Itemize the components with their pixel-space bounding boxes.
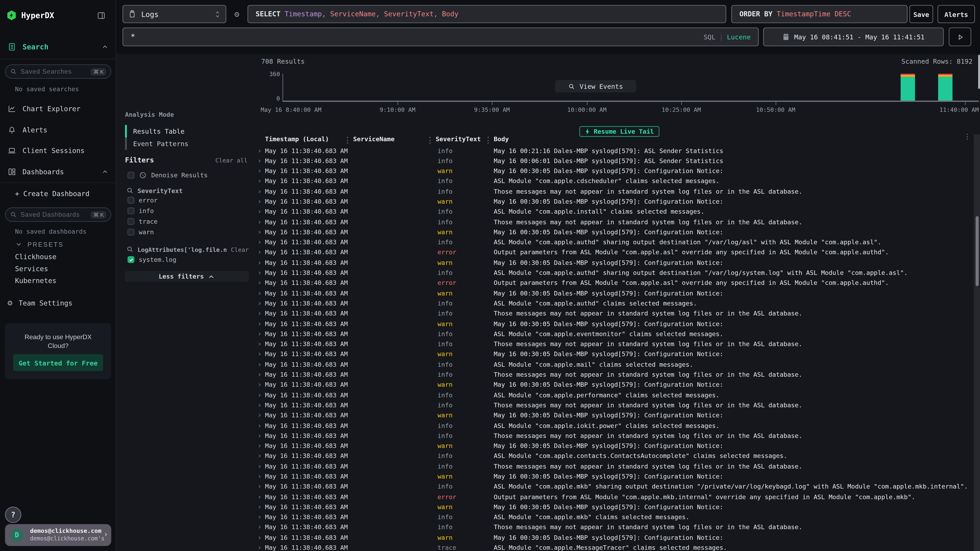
row-expand-icon[interactable]: ›: [258, 157, 261, 165]
page-scrollbar-thumb[interactable]: [978, 55, 980, 89]
checkbox-unchecked[interactable]: [127, 197, 134, 204]
table-scrollbar-track[interactable]: [974, 134, 980, 551]
query-search-input[interactable]: * SQL | Lucene: [123, 27, 759, 46]
table-row[interactable]: ›May 16 11:38:40.683 AMwarnMay 16 00:30:…: [255, 350, 980, 360]
row-expand-icon[interactable]: ›: [258, 462, 261, 470]
mode-results-table[interactable]: Results Table: [125, 125, 244, 137]
table-row[interactable]: ›May 16 11:38:40.683 AMinfoASL Module "c…: [255, 207, 980, 218]
row-expand-icon[interactable]: ›: [258, 493, 261, 501]
row-expand-icon[interactable]: ›: [258, 472, 261, 480]
search-icon[interactable]: [126, 246, 134, 253]
presets-section-toggle[interactable]: PRESETS: [15, 241, 64, 248]
table-row[interactable]: ›May 16 11:38:40.683 AMwarnMay 16 00:30:…: [255, 380, 980, 391]
row-expand-icon[interactable]: ›: [258, 391, 261, 399]
sidebar-item-search[interactable]: Search: [8, 43, 109, 51]
chevron-up-icon[interactable]: [101, 43, 109, 51]
table-row[interactable]: ›May 16 11:38:40.683 AMwarnMay 16 00:30:…: [255, 533, 980, 543]
table-row[interactable]: ›May 16 11:38:40.683 AMinfoThose message…: [255, 462, 980, 472]
row-expand-icon[interactable]: ›: [258, 523, 261, 531]
saved-dashboards-input[interactable]: Saved Dashboards ⌘ K: [5, 207, 111, 222]
view-events-button[interactable]: View Events: [555, 80, 636, 92]
time-range-picker[interactable]: May 16 08:41:51 - May 16 11:41:51: [763, 27, 944, 46]
table-row[interactable]: ›May 16 11:38:40.683 AMwarnMay 16 00:30:…: [255, 258, 980, 268]
table-row[interactable]: ›May 16 11:38:40.683 AMinfoThose message…: [255, 309, 980, 319]
table-row[interactable]: ›May 16 11:38:40.683 AMerrorOutput param…: [255, 279, 980, 289]
row-expand-icon[interactable]: ›: [258, 299, 261, 307]
filter-option-error[interactable]: error: [127, 197, 158, 204]
row-expand-icon[interactable]: ›: [258, 310, 261, 318]
table-row[interactable]: ›May 16 11:38:40.683 AMinfoThose message…: [255, 340, 980, 350]
row-expand-icon[interactable]: ›: [258, 513, 261, 521]
histogram-bar[interactable]: [901, 74, 915, 100]
save-button[interactable]: Save: [909, 5, 933, 23]
table-row[interactable]: ›May 16 11:38:40.683 AMinfoASL Module "c…: [255, 329, 980, 340]
resume-live-tail-button[interactable]: Resume Live Tail: [579, 126, 660, 137]
row-expand-icon[interactable]: ›: [258, 279, 261, 287]
less-filters-button[interactable]: Less filters: [125, 271, 249, 282]
collapse-sidebar-icon[interactable]: [97, 11, 105, 20]
row-expand-icon[interactable]: ›: [258, 248, 261, 257]
row-expand-icon[interactable]: ›: [258, 218, 261, 226]
table-row[interactable]: ›May 16 11:38:40.683 AMinfoASL Module "c…: [255, 452, 980, 462]
table-row[interactable]: ›May 16 11:38:40.683 AMinfoMay 16 00:06:…: [255, 156, 980, 167]
table-row[interactable]: ›May 16 11:38:40.683 AMinfoASL Module "c…: [255, 421, 980, 431]
brand[interactable]: HyperDX: [6, 10, 54, 21]
row-expand-icon[interactable]: ›: [258, 167, 261, 175]
table-row[interactable]: ›May 16 11:38:40.683 AMerrorOutput param…: [255, 492, 980, 503]
sidebar-item-dashboards[interactable]: Dashboards: [8, 167, 109, 176]
row-expand-icon[interactable]: ›: [258, 350, 261, 358]
sidebar-item-alerts[interactable]: Alerts: [8, 125, 48, 134]
row-expand-icon[interactable]: ›: [258, 340, 261, 348]
saved-searches-input[interactable]: Saved Searches ⌘ K: [5, 64, 111, 79]
table-row[interactable]: ›May 16 11:38:40.683 AMinfoASL Module "c…: [255, 238, 980, 248]
mode-event-patterns[interactable]: Event Patterns: [125, 137, 244, 150]
row-expand-icon[interactable]: ›: [258, 228, 261, 236]
table-row[interactable]: ›May 16 11:38:40.683 AMinfoThose message…: [255, 187, 980, 197]
table-row[interactable]: ›May 16 11:38:40.683 AMinfoASL Module "c…: [255, 513, 980, 523]
filter-option-trace[interactable]: trace: [127, 218, 158, 225]
table-row[interactable]: ›May 16 11:38:40.683 AMwarnMay 16 00:30:…: [255, 502, 980, 513]
column-resize-handle[interactable]: [347, 137, 348, 144]
search-icon[interactable]: [126, 187, 134, 194]
row-expand-icon[interactable]: ›: [258, 238, 261, 246]
user-menu[interactable]: D demos@clickhouse.com demos@clickhouse.…: [5, 524, 111, 546]
table-row[interactable]: ›May 16 11:38:40.683 AMwarnMay 16 00:30:…: [255, 197, 980, 207]
sidebar-item-team-settings[interactable]: ⚙ Team Settings: [8, 299, 73, 307]
help-button[interactable]: ?: [5, 507, 21, 523]
table-scrollbar-thumb[interactable]: [975, 216, 978, 286]
row-expand-icon[interactable]: ›: [258, 177, 261, 185]
table-row[interactable]: ›May 16 11:38:40.683 AMinfoMay 16 00:21:…: [255, 146, 980, 156]
order-by-input[interactable]: ORDER BY TimestampTime DESC: [731, 5, 907, 23]
checkbox-unchecked[interactable]: [127, 229, 134, 235]
table-row[interactable]: ›May 16 11:38:40.683 AMtraceASL Module "…: [255, 543, 980, 551]
checkbox-unchecked[interactable]: [127, 172, 134, 179]
preset-item-clickhouse[interactable]: Clickhouse: [15, 253, 56, 261]
table-row[interactable]: ›May 16 11:38:40.683 AMinfoASL Module "c…: [255, 299, 980, 309]
row-expand-icon[interactable]: ›: [258, 442, 261, 450]
row-expand-icon[interactable]: ›: [258, 483, 261, 491]
filter-option-warn[interactable]: warn: [127, 229, 154, 235]
column-header-servicename[interactable]: ServiceName: [353, 135, 395, 143]
get-started-button[interactable]: Get Started for Free: [13, 354, 103, 371]
create-dashboard-button[interactable]: + Create Dashboard: [15, 190, 89, 198]
row-expand-icon[interactable]: ›: [258, 187, 261, 195]
histogram-bar[interactable]: [939, 74, 953, 100]
table-row[interactable]: ›May 16 11:38:40.683 AMwarnMay 16 00:30:…: [255, 441, 980, 452]
row-expand-icon[interactable]: ›: [258, 330, 261, 338]
column-header-body[interactable]: Body: [494, 135, 509, 143]
run-query-button[interactable]: [949, 27, 971, 46]
table-row[interactable]: ›May 16 11:38:40.683 AMwarnMay 16 00:30:…: [255, 167, 980, 177]
table-row[interactable]: ›May 16 11:38:40.683 AMinfoASL Module "c…: [255, 177, 980, 187]
filter-option-info[interactable]: info: [127, 207, 154, 214]
row-expand-icon[interactable]: ›: [258, 534, 261, 541]
alerts-button[interactable]: Alerts: [937, 5, 975, 23]
table-row[interactable]: ›May 16 11:38:40.683 AMinfoASL Module "c…: [255, 391, 980, 401]
column-header-timestamp[interactable]: Timestamp (Local): [265, 135, 329, 143]
row-expand-icon[interactable]: ›: [258, 197, 261, 205]
table-row[interactable]: ›May 16 11:38:40.683 AMinfoThose message…: [255, 401, 980, 411]
row-expand-icon[interactable]: ›: [258, 360, 261, 368]
row-expand-icon[interactable]: ›: [258, 381, 261, 389]
table-row[interactable]: ›May 16 11:38:40.683 AMinfoThose message…: [255, 431, 980, 441]
clear-all-button[interactable]: Clear all: [215, 157, 248, 164]
row-expand-icon[interactable]: ›: [258, 319, 261, 328]
